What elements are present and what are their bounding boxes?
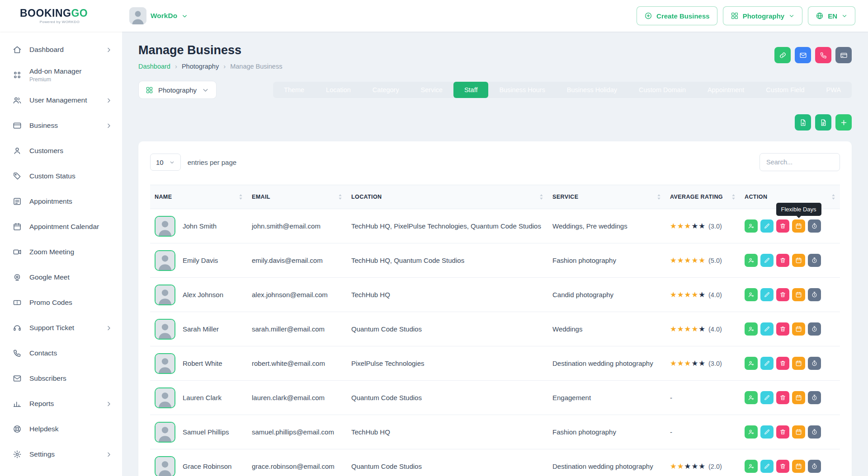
call-button[interactable]	[815, 47, 831, 63]
sidebar-item-label: Google Meet	[29, 273, 70, 281]
assign-user-button[interactable]	[745, 357, 758, 370]
tab-service[interactable]: Service	[410, 82, 453, 98]
assign-user-button[interactable]	[745, 322, 758, 336]
flexible-days-button[interactable]	[792, 219, 805, 233]
copy-link-button[interactable]	[774, 47, 791, 63]
add-staff-button[interactable]	[835, 114, 852, 131]
sidebar-item-promo-codes[interactable]: Promo Codes	[0, 290, 122, 315]
sidebar-item-google-meet[interactable]: Google Meet	[0, 265, 122, 290]
sidebar-item-appointments[interactable]: Appointments	[0, 189, 122, 214]
flexible-days-button[interactable]	[792, 357, 805, 370]
sidebar-item-subscribers[interactable]: Subscribers	[0, 366, 122, 391]
sidebar-item-addon-manager[interactable]: Add-on ManagerPremium	[0, 62, 122, 88]
export-sheet-button[interactable]	[815, 114, 831, 131]
tab-theme[interactable]: Theme	[273, 82, 315, 98]
tab-business-hours[interactable]: Business Hours	[488, 82, 556, 98]
edit-button[interactable]	[760, 460, 774, 473]
availability-button[interactable]	[808, 219, 821, 233]
flexible-days-tooltip: Flexible Days	[776, 203, 821, 216]
flexible-days-button[interactable]	[792, 254, 805, 267]
sidebar-item-dashboard[interactable]: Dashboard	[0, 37, 122, 62]
business-selector-button[interactable]: Photography	[723, 6, 803, 25]
star-icon: ★	[698, 222, 706, 230]
availability-button[interactable]	[808, 288, 821, 301]
sidebar-item-support-ticket[interactable]: Support Ticket	[0, 315, 122, 341]
dashboard-icon	[13, 45, 22, 54]
availability-button[interactable]	[808, 254, 821, 267]
edit-button[interactable]	[760, 219, 774, 233]
sidebar-item-customers[interactable]: Customers	[0, 138, 122, 163]
user-plus-icon	[748, 394, 755, 401]
language-selector-button[interactable]: EN	[808, 6, 855, 25]
tab-location[interactable]: Location	[315, 82, 362, 98]
delete-button[interactable]	[776, 219, 789, 233]
availability-button[interactable]	[808, 425, 821, 439]
chevron-right-icon	[105, 325, 112, 331]
column-header-service[interactable]: SERVICE	[548, 185, 665, 209]
delete-button[interactable]	[776, 357, 789, 370]
edit-button[interactable]	[760, 357, 774, 370]
delete-button[interactable]	[776, 391, 789, 404]
edit-button[interactable]	[760, 254, 774, 267]
export-file-button[interactable]	[795, 114, 811, 131]
sidebar-item-reports[interactable]: Reports	[0, 391, 122, 416]
tab-category[interactable]: Category	[362, 82, 410, 98]
availability-button[interactable]	[808, 460, 821, 473]
flexible-days-button[interactable]	[792, 322, 805, 336]
sidebar-item-settings[interactable]: Settings	[0, 442, 122, 467]
pencil-icon	[764, 326, 770, 332]
tab-business-holiday[interactable]: Business Holiday	[556, 82, 628, 98]
assign-user-button[interactable]	[745, 425, 758, 439]
staff-avatar	[155, 387, 175, 408]
assign-user-button[interactable]	[745, 288, 758, 301]
delete-button[interactable]	[776, 288, 789, 301]
create-business-button[interactable]: Create Business	[637, 6, 717, 25]
edit-button[interactable]	[760, 391, 774, 404]
workspace-selector[interactable]: WorkDo	[129, 7, 188, 24]
breadcrumb-link-dashboard[interactable]: Dashboard	[138, 63, 170, 70]
business-dropdown[interactable]: Photography	[138, 81, 217, 99]
flexible-days-button[interactable]	[792, 288, 805, 301]
assign-user-button[interactable]	[745, 391, 758, 404]
delete-button[interactable]	[776, 322, 789, 336]
entries-per-page-select[interactable]: 10	[150, 154, 181, 171]
column-header-location[interactable]: LOCATION	[347, 185, 548, 209]
tab-staff[interactable]: Staff	[453, 82, 488, 98]
tab-pwa[interactable]: PWA	[816, 82, 852, 98]
column-header-average-rating[interactable]: AVERAGE RATING	[665, 185, 740, 209]
sidebar-item-custom-status[interactable]: Custom Status	[0, 163, 122, 189]
tab-appointment[interactable]: Appointment	[697, 82, 755, 98]
delete-button[interactable]	[776, 254, 789, 267]
flexible-days-button[interactable]	[792, 391, 805, 404]
delete-button[interactable]	[776, 425, 789, 439]
edit-button[interactable]	[760, 425, 774, 439]
availability-button[interactable]	[808, 357, 821, 370]
send-mail-button[interactable]	[795, 47, 811, 63]
search-input[interactable]	[760, 153, 840, 171]
main-content: Manage Business Dashboard › Photography …	[122, 32, 868, 476]
sidebar-item-contacts[interactable]: Contacts	[0, 341, 122, 366]
sidebar-item-helpdesk[interactable]: Helpdesk	[0, 416, 122, 442]
flexible-days-button[interactable]	[792, 460, 805, 473]
assign-user-button[interactable]	[745, 460, 758, 473]
availability-button[interactable]	[808, 391, 821, 404]
edit-button[interactable]	[760, 322, 774, 336]
availability-button[interactable]	[808, 322, 821, 336]
sidebar-item-label: Subscribers	[29, 374, 66, 383]
column-header-name[interactable]: NAME	[150, 185, 247, 209]
flexible-days-button[interactable]	[792, 425, 805, 439]
edit-button[interactable]	[760, 288, 774, 301]
assign-user-button[interactable]	[745, 219, 758, 233]
sidebar-item-zoom-meeting[interactable]: Zoom Meeting	[0, 239, 122, 265]
sidebar-item-user-management[interactable]: User Management	[0, 88, 122, 113]
column-header-email[interactable]: EMAIL	[247, 185, 347, 209]
brand-logo-text: BOOKINGGO	[20, 8, 122, 19]
tab-custom-field[interactable]: Custom Field	[755, 82, 815, 98]
sidebar-item-business[interactable]: Business	[0, 113, 122, 138]
payment-card-button[interactable]	[835, 47, 852, 63]
tab-custom-domain[interactable]: Custom Domain	[628, 82, 697, 98]
delete-button[interactable]	[776, 460, 789, 473]
assign-user-button[interactable]	[745, 254, 758, 267]
globe-icon	[816, 12, 824, 20]
sidebar-item-appointment-calendar[interactable]: Appointment Calendar	[0, 214, 122, 239]
